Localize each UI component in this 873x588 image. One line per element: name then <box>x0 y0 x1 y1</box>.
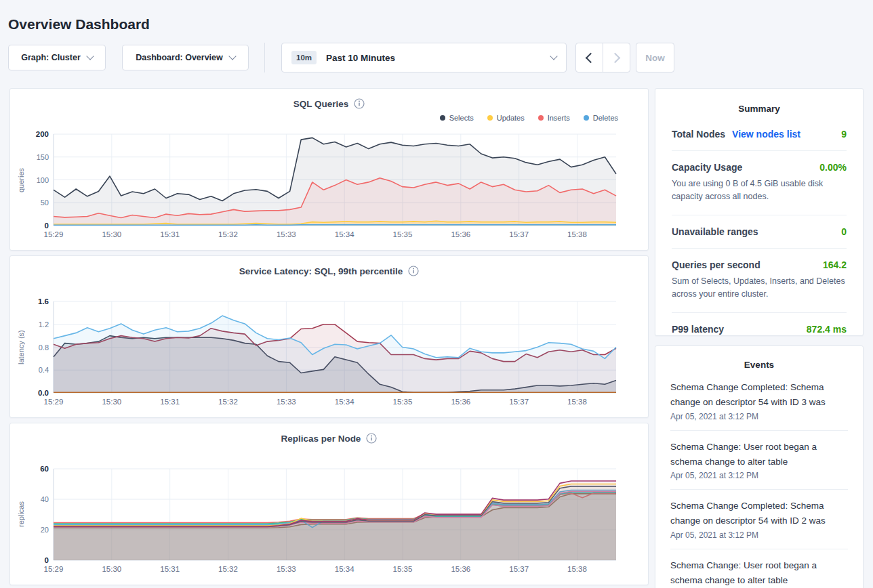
chevron-left-icon <box>586 52 596 63</box>
svg-text:200: 200 <box>36 130 49 138</box>
legend-label: Inserts <box>548 114 570 122</box>
sql-queries-plot[interactable]: 05010015020015:2915:3015:3115:3215:3315:… <box>26 124 623 242</box>
svg-text:15:33: 15:33 <box>277 230 296 238</box>
svg-text:0: 0 <box>45 222 49 230</box>
event-timestamp: Apr 05, 2021 at 3:12 PM <box>670 471 848 480</box>
events-title: Events <box>670 360 848 370</box>
summary-label: Total Nodes <box>672 129 725 140</box>
summary-description: You are using 0 B of 4.5 GiB usable disk… <box>672 177 847 204</box>
svg-text:15:33: 15:33 <box>277 565 296 573</box>
summary-title: Summary <box>672 104 847 114</box>
service-latency-plot[interactable]: 0.00.40.81.21.615:2915:3015:3115:3215:33… <box>26 291 623 409</box>
summary-value: 0.00% <box>819 162 847 173</box>
svg-text:15:36: 15:36 <box>451 230 470 238</box>
event-item[interactable]: Schema Change Completed: Schema change o… <box>670 490 848 549</box>
y-axis-label: latency (s) <box>16 301 26 393</box>
svg-text:15:38: 15:38 <box>567 565 587 573</box>
summary-label: Queries per second <box>672 259 760 270</box>
legend-dot-icon <box>440 115 445 121</box>
event-item[interactable]: Schema Change: User root began a schema … <box>670 549 848 588</box>
chart-title-text: SQL Queries <box>293 99 349 109</box>
chevron-down-icon <box>228 52 236 60</box>
replicas-per-node-plot[interactable]: 020406015:2915:3015:3115:3215:3315:3415:… <box>26 459 623 576</box>
svg-text:15:30: 15:30 <box>102 230 121 238</box>
summary-value: 164.2 <box>823 259 847 270</box>
svg-text:1.2: 1.2 <box>39 320 49 329</box>
svg-text:15:31: 15:31 <box>160 230 180 238</box>
time-range-badge: 10m <box>291 51 317 64</box>
chart-plot-area: 020406015:2915:3015:3115:3215:3315:3415:… <box>26 459 623 579</box>
svg-text:15:35: 15:35 <box>393 565 413 573</box>
chart-panel-replicas-per-node: Replicas per Node replicas 020406015:291… <box>9 423 649 585</box>
event-text: Schema Change Completed: Schema change o… <box>670 380 848 411</box>
svg-text:40: 40 <box>41 495 49 503</box>
now-label: Now <box>645 53 665 63</box>
chart-plot-area: 0.00.40.81.21.615:2915:3015:3115:3215:33… <box>26 291 623 412</box>
event-item[interactable]: Schema Change: User root began a schema … <box>670 431 848 490</box>
svg-text:20: 20 <box>41 526 49 534</box>
graph-scope-dropdown[interactable]: Graph: Cluster <box>8 45 106 70</box>
svg-text:15:29: 15:29 <box>44 230 64 238</box>
legend-dot-icon <box>538 115 544 121</box>
prev-range-button[interactable] <box>576 43 603 72</box>
svg-text:60: 60 <box>40 465 49 473</box>
summary-value: 872.4 ms <box>807 324 847 335</box>
svg-text:1.6: 1.6 <box>38 297 49 306</box>
dashboard-dropdown[interactable]: Dashboard: Overview <box>122 45 249 70</box>
svg-text:15:33: 15:33 <box>277 398 296 406</box>
event-text: Schema Change: User root began a schema … <box>670 558 848 588</box>
legend-item[interactable]: Inserts <box>538 114 570 122</box>
chart-panel-service-latency: Service Latency: SQL, 99th percentile la… <box>9 255 649 418</box>
legend-label: Selects <box>449 114 474 122</box>
info-icon[interactable] <box>408 266 419 276</box>
next-range-button[interactable] <box>603 43 630 72</box>
event-item[interactable]: Schema Change Completed: Schema change o… <box>670 371 848 431</box>
info-icon[interactable] <box>366 433 377 444</box>
chart-legend: SelectsUpdatesInsertsDeletes <box>440 114 618 122</box>
chevron-down-icon <box>550 52 557 60</box>
svg-text:0.8: 0.8 <box>39 343 49 352</box>
svg-text:15:34: 15:34 <box>335 398 354 406</box>
chart-plot-area: 05010015020015:2915:3015:3115:3215:3315:… <box>26 124 623 245</box>
svg-text:15:29: 15:29 <box>44 398 64 406</box>
summary-panel: Summary Total Nodes View nodes list 9 Ca… <box>655 88 864 336</box>
svg-text:15:35: 15:35 <box>393 230 413 238</box>
summary-value: 9 <box>841 129 847 140</box>
event-text: Schema Change Completed: Schema change o… <box>670 499 848 529</box>
svg-text:0: 0 <box>45 556 49 564</box>
svg-text:100: 100 <box>37 176 49 184</box>
svg-text:15:36: 15:36 <box>451 398 470 406</box>
svg-text:15:38: 15:38 <box>567 230 587 238</box>
event-text: Schema Change: User root began a schema … <box>670 440 848 470</box>
info-icon[interactable] <box>354 98 365 109</box>
svg-text:50: 50 <box>41 198 49 207</box>
legend-item[interactable]: Selects <box>440 114 474 122</box>
summary-label: Unavailable ranges <box>672 226 758 237</box>
summary-label: P99 latency <box>672 324 724 335</box>
chart-title: SQL Queries <box>10 98 648 109</box>
legend-item[interactable]: Updates <box>487 114 525 122</box>
svg-text:15:37: 15:37 <box>509 565 529 573</box>
chevron-right-icon <box>610 52 621 63</box>
summary-row-unavailable-ranges: Unavailable ranges 0 <box>672 215 847 249</box>
chart-panel-sql-queries: SQL Queries SelectsUpdatesInsertsDeletes… <box>9 88 649 251</box>
view-nodes-list-link[interactable]: View nodes list <box>732 129 800 140</box>
svg-text:0.4: 0.4 <box>39 366 49 374</box>
time-range-label: Past 10 Minutes <box>326 53 551 63</box>
legend-dot-icon <box>487 115 493 121</box>
event-timestamp: Apr 05, 2021 at 3:12 PM <box>670 412 848 421</box>
svg-text:15:30: 15:30 <box>102 565 121 573</box>
svg-text:15:37: 15:37 <box>509 230 529 238</box>
toolbar-divider <box>264 43 265 72</box>
summary-value: 0 <box>841 226 847 237</box>
svg-text:15:36: 15:36 <box>451 565 470 573</box>
now-button[interactable]: Now <box>636 43 674 72</box>
summary-row-p99-latency: P99 latency 872.4 ms <box>672 313 847 345</box>
svg-text:15:34: 15:34 <box>335 565 354 573</box>
svg-text:15:35: 15:35 <box>393 398 413 406</box>
svg-text:0.0: 0.0 <box>38 389 49 397</box>
svg-text:15:38: 15:38 <box>567 398 587 406</box>
time-range-dropdown[interactable]: 10m Past 10 Minutes <box>281 43 567 72</box>
legend-item[interactable]: Deletes <box>584 114 618 122</box>
summary-row-total-nodes: Total Nodes View nodes list 9 <box>672 118 847 151</box>
